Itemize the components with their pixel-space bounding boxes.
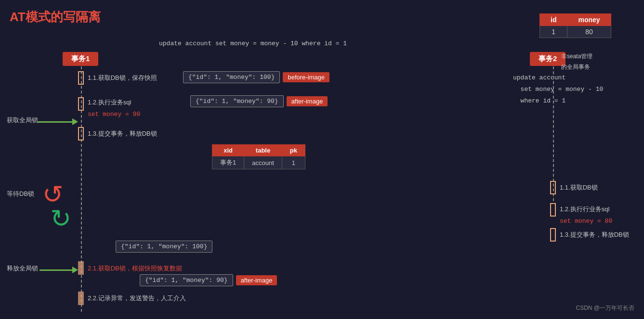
tx2-label: 事务2: [530, 52, 565, 66]
step2-2-text: 2.2.记录异常，发送警告，人工介入: [88, 293, 186, 303]
tx2-step1-1-text: 1.1.获取DB锁: [560, 183, 598, 192]
step1-2-rect: [78, 97, 84, 111]
step1-3-rect: [78, 127, 84, 140]
release-global-lock-arrow: [39, 267, 78, 273]
green-curve-arrow: ↺: [50, 206, 71, 231]
get-global-lock-label: 获取全局锁: [7, 115, 38, 125]
lock-val-xid: 事务1: [212, 156, 244, 169]
csdn-credit: CSDN @一万年可长否: [576, 304, 634, 312]
update-sql-1: update account set money = money - 10 wh…: [159, 38, 347, 47]
after-image-2-container: {"id": 1, "money": 90} after-image: [140, 274, 277, 286]
db-col-id: id: [540, 14, 567, 26]
tx1-label: 事务1: [63, 52, 98, 66]
lock-col-xid: xid: [212, 145, 244, 156]
step1-1-rect: [78, 71, 84, 85]
step1-1-text: 1.1.获取DB锁，保存快照: [88, 73, 157, 82]
wait-db-lock-label: 等待DB锁: [7, 189, 34, 198]
tx2-step1-3-text: 1.3.提交事务，释放DB锁: [560, 230, 629, 239]
db-val-money: 80: [567, 26, 611, 38]
tx2-update-sql: update account set money = money - 10 wh…: [513, 71, 603, 106]
get-global-lock-arrow: [38, 118, 78, 125]
step1-2-text: 1.2.执行业务sql set money = 90: [88, 96, 140, 119]
page: AT模式的写隔离 id money 1 80 update account se…: [0, 0, 644, 319]
rollback-image-container: {"id": 1, "money": 100}: [116, 241, 212, 253]
before-image-container: {"id": 1, "money": 100} before-image: [183, 71, 329, 83]
lock-table: xid table pk 事务1 account 1: [212, 144, 305, 169]
step1-3-text: 1.3.提交事务，释放DB锁: [88, 129, 157, 138]
tx2-step1-2-text: 1.2.执行行业务sql set money = 80: [560, 203, 612, 226]
db-val-id: 1: [540, 26, 567, 38]
red-curve-arrow-1: ↺: [42, 182, 64, 207]
tx2-step1-1-rect: [550, 181, 556, 194]
tx2-step1-2-rect: [550, 203, 556, 217]
step2-1-text: 2.1.获取DB锁，根据快照恢复数据: [88, 264, 182, 273]
step2-1-rect: [78, 261, 84, 275]
lock-table-container: xid table pk 事务1 account 1: [212, 144, 305, 169]
lock-col-table: table: [244, 145, 282, 156]
tx2-step1-3-rect: [550, 228, 556, 242]
after-image-1-container: {"id": 1, "money": 90} after-image: [190, 95, 328, 107]
lock-val-table: account: [244, 156, 282, 169]
db-table: id money 1 80: [539, 13, 611, 38]
db-col-money: money: [567, 14, 611, 26]
release-global-lock-label: 释放全局锁: [7, 264, 38, 273]
lock-val-pk: 1: [282, 156, 305, 169]
tx2-note: 非seata管理 的全局事务: [561, 51, 592, 72]
step2-2-rect: [78, 292, 84, 305]
lock-col-pk: pk: [282, 145, 305, 156]
